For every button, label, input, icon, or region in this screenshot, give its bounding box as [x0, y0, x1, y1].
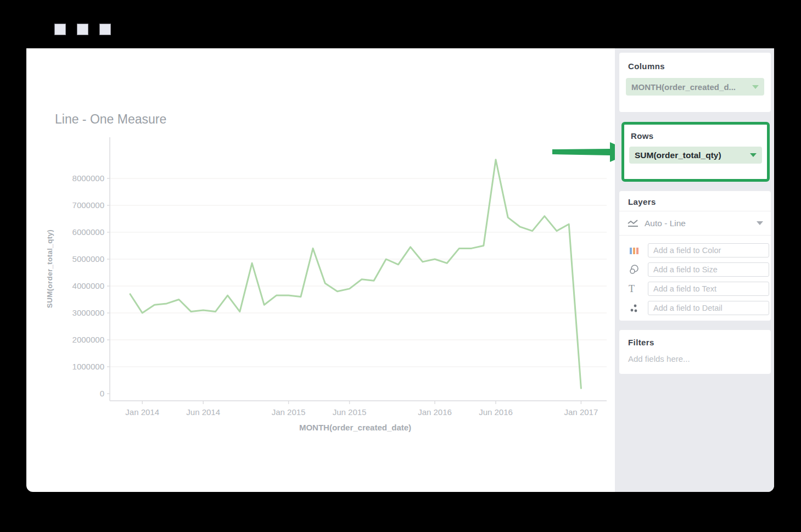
chevron-down-icon[interactable]: [752, 85, 759, 89]
app-window: Line - One Measure SUM(order_total_qty) …: [26, 48, 774, 492]
svg-text:5000000: 5000000: [72, 254, 104, 264]
x-axis-label: MONTH(order_created_date): [245, 423, 465, 432]
svg-text:3000000: 3000000: [72, 308, 104, 317]
chart-title: Line - One Measure: [55, 112, 166, 127]
chevron-down-icon[interactable]: [750, 153, 757, 157]
svg-text:2000000: 2000000: [72, 335, 104, 344]
svg-text:Jun 2015: Jun 2015: [333, 407, 367, 417]
layers-header: Layers: [628, 197, 656, 206]
chevron-down-icon[interactable]: [757, 221, 763, 225]
svg-text:4000000: 4000000: [72, 281, 104, 290]
svg-text:Jan 2014: Jan 2014: [125, 407, 159, 417]
rows-highlight-box: Rows SUM(order_total_qty): [621, 122, 770, 182]
window-control-square-2[interactable]: [77, 24, 88, 35]
rows-field-label: SUM(order_total_qty): [635, 150, 721, 160]
sidebar: Columns MONTH(order_created_d... Rows SU…: [615, 48, 774, 492]
layers-section: Layers Auto - Line: [619, 191, 771, 321]
filters-section: Filters Add fields here...: [619, 330, 771, 374]
window-control-square-3[interactable]: [99, 24, 111, 35]
svg-text:Jun 2016: Jun 2016: [479, 407, 513, 417]
color-field-row: [619, 243, 771, 257]
color-field-input[interactable]: [648, 243, 769, 257]
text-field-input[interactable]: [648, 282, 769, 296]
text-field-row: T: [619, 282, 771, 296]
svg-text:6000000: 6000000: [72, 227, 104, 237]
window-control-square-1[interactable]: [54, 24, 66, 35]
filters-placeholder[interactable]: Add fields here...: [628, 354, 690, 363]
line-chart: 0100000020000003000000400000050000006000…: [59, 131, 614, 438]
screenshot-canvas: Line - One Measure SUM(order_total_qty) …: [0, 0, 801, 532]
svg-text:0: 0: [100, 389, 104, 398]
detail-field-input[interactable]: [648, 301, 769, 315]
detail-dots-icon: [629, 303, 640, 313]
layer-type-row[interactable]: Auto - Line: [619, 211, 771, 235]
color-bars-icon: [629, 245, 640, 256]
columns-field-pill[interactable]: MONTH(order_created_d...: [626, 78, 764, 96]
detail-field-row: [619, 301, 771, 315]
columns-header: Columns: [628, 61, 665, 71]
divider: [619, 235, 771, 236]
rows-header: Rows: [631, 131, 654, 141]
size-field-input[interactable]: [648, 262, 769, 277]
layer-type-label: Auto - Line: [645, 219, 686, 228]
columns-field-label: MONTH(order_created_d...: [631, 82, 736, 92]
svg-text:7000000: 7000000: [72, 200, 104, 210]
line-chart-icon: [627, 219, 639, 228]
columns-section: Columns MONTH(order_created_d...: [619, 53, 771, 112]
size-circles-icon: [629, 264, 640, 275]
filters-header: Filters: [628, 338, 654, 347]
svg-text:1000000: 1000000: [72, 362, 104, 371]
svg-text:Jan 2017: Jan 2017: [564, 407, 598, 417]
text-icon: T: [629, 283, 640, 294]
svg-text:Jan 2015: Jan 2015: [272, 407, 306, 417]
svg-text:8000000: 8000000: [72, 173, 104, 183]
y-axis-label: SUM(order_total_qty): [46, 214, 54, 324]
svg-text:Jan 2016: Jan 2016: [418, 407, 452, 417]
svg-text:Jun 2014: Jun 2014: [186, 407, 220, 417]
size-field-row: [619, 262, 771, 277]
rows-field-pill[interactable]: SUM(order_total_qty): [629, 147, 762, 164]
